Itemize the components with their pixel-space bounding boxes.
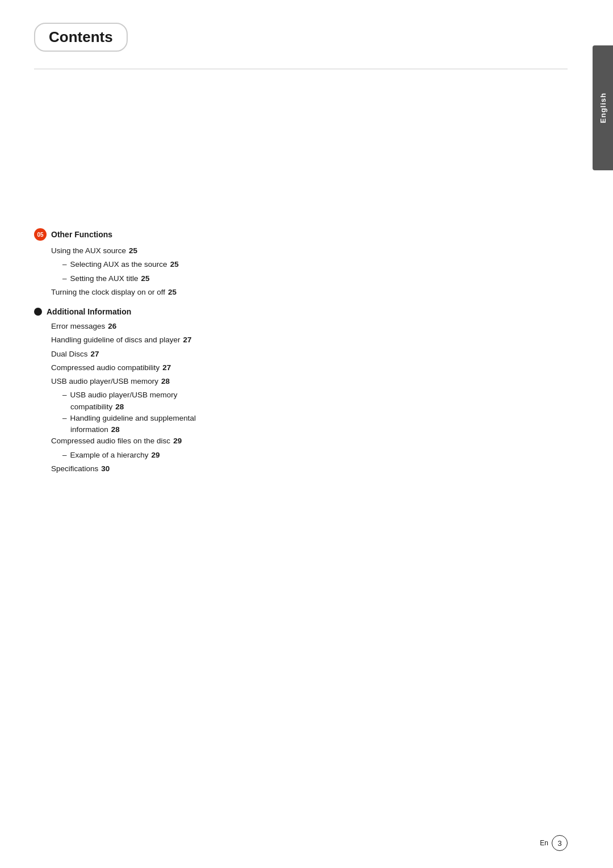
toc-entry-aux-source: Using the AUX source 25 <box>34 245 568 257</box>
toc-page: 29 <box>152 451 160 459</box>
toc-page: 25 <box>170 260 179 269</box>
toc-entry-handling-discs: Handling guideline of discs and player 2… <box>34 334 568 346</box>
page-number-circle: 3 <box>552 835 568 851</box>
toc-text: Selecting AUX as the source <box>70 259 167 270</box>
toc-entry-clock: Turning the clock display on or off 25 <box>34 287 568 298</box>
toc-entry-compressed-files: Compressed audio files on the disc 29 <box>34 435 568 447</box>
language-sidebar-tab: English <box>593 45 613 170</box>
toc-entry-selecting-aux: – Selecting AUX as the source 25 <box>34 259 568 270</box>
toc-dash: – <box>62 391 67 399</box>
toc-text: Example of a hierarchy <box>70 450 149 461</box>
toc-page: 26 <box>108 322 116 330</box>
toc-text: Using the AUX source <box>51 245 126 257</box>
language-tab-label: English <box>599 93 607 123</box>
toc-entry-usb-compat: – USB audio player/USB memory compatibil… <box>34 389 568 413</box>
section-additional-header: Additional Information <box>34 307 568 316</box>
toc-dash: – <box>62 451 67 459</box>
toc-page: 29 <box>173 437 182 445</box>
title-container: Contents <box>34 23 128 52</box>
toc-text: Setting the AUX title <box>70 273 138 284</box>
toc-dash: – <box>62 274 67 283</box>
section-dot-icon <box>34 308 42 316</box>
toc-entry-usb: USB audio player/USB memory 28 <box>34 376 568 387</box>
toc-text-cont: compatibility <box>70 401 112 413</box>
lang-abbr: En <box>540 839 548 847</box>
toc-entry-setting-aux: – Setting the AUX title 25 <box>34 273 568 284</box>
section-05: 05 Other Functions Using the AUX source … <box>34 228 568 298</box>
page-container: Contents 05 Other Functions Using the AU… <box>0 0 613 868</box>
toc-text: Compressed audio files on the disc <box>51 435 170 447</box>
section-05-icon: 05 <box>34 228 47 241</box>
page-number: 3 <box>557 839 561 848</box>
title-divider <box>34 69 568 69</box>
toc-page: 28 <box>111 425 120 434</box>
bottom-bar: En 3 <box>540 835 568 851</box>
toc-text: Compressed audio compatibility <box>51 362 159 374</box>
toc-page: 25 <box>141 274 150 283</box>
toc-text: Dual Discs <box>51 349 88 360</box>
toc-entry-hierarchy: – Example of a hierarchy 29 <box>34 450 568 461</box>
toc-page: 28 <box>161 377 170 385</box>
toc-text: Error messages <box>51 321 105 332</box>
toc-page: 27 <box>183 336 191 344</box>
toc-page: 25 <box>168 288 177 296</box>
toc-page: 27 <box>91 350 99 358</box>
toc-dash: – <box>62 414 67 422</box>
toc-text-cont: information <box>70 424 108 435</box>
toc-page: 28 <box>115 402 124 411</box>
toc-page: 30 <box>101 464 110 473</box>
toc-text: USB audio player/USB memory <box>51 376 158 387</box>
toc-entry-error: Error messages 26 <box>34 321 568 332</box>
toc-entry-specifications: Specifications 30 <box>34 463 568 475</box>
toc-entry-compressed-audio: Compressed audio compatibility 27 <box>34 362 568 374</box>
toc-text: Turning the clock display on or off <box>51 287 165 298</box>
toc-text: Handling guideline of discs and player <box>51 334 180 346</box>
toc-dash: – <box>62 260 67 269</box>
toc-text: Handling guideline and supplemental <box>70 413 196 424</box>
page-title: Contents <box>49 28 113 45</box>
toc-entry-handling-supp: – Handling guideline and supplemental in… <box>34 413 568 436</box>
toc-page: 25 <box>129 246 137 255</box>
section-additional: Additional Information Error messages 26… <box>34 307 568 475</box>
section-05-header: 05 Other Functions <box>34 228 568 241</box>
section-05-title: Other Functions <box>51 230 112 239</box>
section-additional-title: Additional Information <box>47 307 131 316</box>
toc-text: Specifications <box>51 463 98 475</box>
toc-text: USB audio player/USB memory <box>70 389 178 401</box>
toc-page: 27 <box>162 363 171 372</box>
toc-entry-dual-discs: Dual Discs 27 <box>34 349 568 360</box>
